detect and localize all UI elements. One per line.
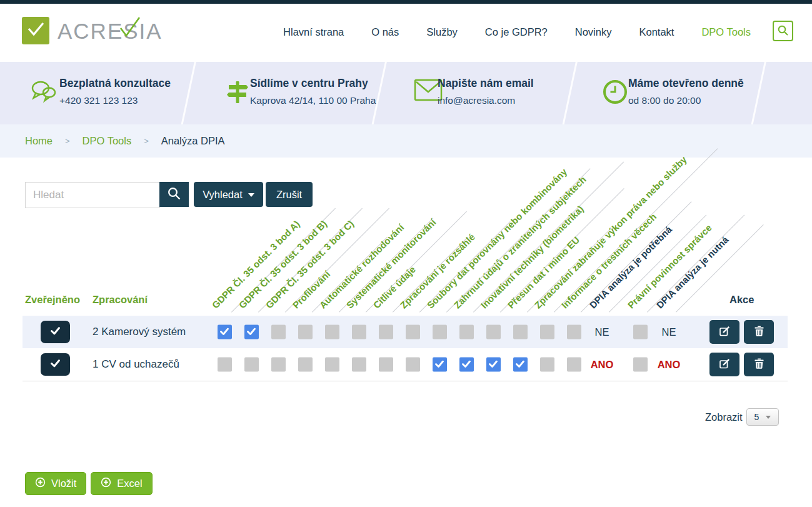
infobar-divider [181,62,197,124]
logo[interactable] [22,17,49,44]
info-subtitle-napi-te-n-m-email: info@acresia.com [438,95,515,106]
column-header-published: Zveřejněno [25,294,80,306]
checkbox-gdpr-l-35-odst-3-bod-b[interactable] [244,358,259,372]
table-row: 1 CV od uchazečůANOANO [23,348,788,381]
checkbox-inovativn-techniky-biometrika[interactable] [486,358,501,372]
top-accent-bar [0,0,812,4]
checkbox-gdpr-l-35-odst-3-bod-b[interactable] [244,325,259,339]
checkbox-inovativn-techniky-biometrika[interactable] [486,325,501,339]
dpia-required-value: ANO [658,359,681,371]
checkbox-systematick-monitorov-n[interactable] [352,358,366,372]
caret-down-icon [248,193,254,197]
checkbox-pravni-povinnost-spravce[interactable] [633,325,648,339]
check-icon [51,327,60,337]
delete-button[interactable] [744,353,774,376]
breadcrumb-item-home[interactable]: Home [25,135,53,147]
main-nav: Hlavní stranaO násSlužbyCo je GDPR?Novin… [283,26,751,38]
checkbox-gdpr-l-35-odst-3-bod-c[interactable] [271,358,286,372]
check-icon [51,359,60,369]
checkbox-gdpr-l-35-odst-3-bod-c[interactable] [271,325,286,339]
check-icon [435,359,444,370]
chat-icon [30,79,59,108]
logo-check-icon [26,21,45,41]
checkbox-zpracov-n-je-rozs-hl[interactable] [406,325,420,339]
search-go-button[interactable] [159,182,189,207]
checkbox-systematick-monitorov-n[interactable] [352,325,366,339]
checkbox-citliv-daje[interactable] [379,358,393,372]
checkbox-automatick-rozhodov-n[interactable] [325,358,339,372]
checkbox-informace-o-trestn-ch-v-cech[interactable] [567,358,581,372]
search-submit-button[interactable]: Vyhledat [194,182,263,207]
edit-button[interactable] [709,320,739,344]
cancel-button[interactable]: Zrušit [266,182,313,207]
page-size-value: 5 [754,412,759,422]
checkbox-profilov-n[interactable] [298,325,313,339]
checkbox-zahrnut-daj-o-zraniteln-ch-subjektech[interactable] [459,358,474,372]
signpost-icon [224,79,251,109]
published-toggle[interactable] [41,321,70,343]
table-bottom-rule [23,381,788,381]
vlo-it-button[interactable]: Vložit [25,472,86,495]
column-header-actions: Akce [729,294,754,306]
checkbox-informace-o-trestn-ch-v-cech[interactable] [567,325,581,339]
breadcrumb-item-dpo-tools[interactable]: DPO Tools [83,135,132,147]
dpia-needed-value: ANO [591,359,614,371]
checkbox-gdpr-l-35-odst-3-bod-a[interactable] [218,325,232,339]
check-icon [247,326,256,338]
checkbox-zpracov-n-zabra-uje-v-kon-pr-va-nebo-slu-by[interactable] [540,358,554,372]
infobar-divider [751,62,767,124]
checkbox-zahrnut-daj-o-zraniteln-ch-subjektech[interactable] [459,325,474,339]
check-icon [462,359,471,370]
search-icon [168,187,181,202]
nav-item-novinky[interactable]: Novinky [575,26,612,38]
checkbox-pravni-povinnost-spravce[interactable] [633,358,648,372]
check-icon [489,359,498,370]
brand-check-icon [114,13,142,43]
info-title-m-me-otev-eno-denn: Máme otevřeno denně [628,77,744,90]
header-search-button[interactable] [773,21,793,41]
brand-name: ACRESIA [58,19,163,44]
checkbox-zpracov-n-zabra-uje-v-kon-pr-va-nebo-slu-by[interactable] [540,325,554,339]
table-row: 2 Kamerový systémNENE [23,316,788,348]
info-subtitle-m-me-otev-eno-denn: od 8:00 do 20:00 [628,95,701,106]
breadcrumb: Home>DPO Tools>Analýza DPIA [0,124,812,158]
page-size-select[interactable]: 5 [746,408,779,426]
info-title-napi-te-n-m-email: Napište nám email [438,77,534,90]
info-subtitle-bezplatn-konzultace: +420 321 123 123 [59,95,138,106]
plus-circle-icon [101,477,111,490]
edit-button[interactable] [709,353,739,376]
checkbox-gdpr-l-35-odst-3-bod-a[interactable] [218,358,232,372]
checkbox-citliv-daje[interactable] [379,325,393,339]
nav-item-hlavn-strana[interactable]: Hlavní strana [283,26,344,38]
info-title-bezplatn-konzultace: Bezplatná konzultace [59,77,171,90]
row-processing-name: 2 Kamerový systém [93,326,186,338]
search-input[interactable] [25,182,160,208]
info-bar: Bezplatná konzultace+420 321 123 123Sídl… [0,62,812,124]
breadcrumb-separator: > [144,136,149,146]
excel-button[interactable]: Excel [91,472,152,495]
check-icon [220,326,229,338]
checkbox-p-esun-dat-i-mimo-eu[interactable] [513,325,528,339]
checkbox-automatick-rozhodov-n[interactable] [325,325,339,339]
checkbox-p-esun-dat-i-mimo-eu[interactable] [513,358,528,372]
infobar-divider [371,62,388,124]
edit-icon [719,326,731,339]
nav-item-slu-by[interactable]: Služby [426,26,458,38]
nav-item-dpo-tools[interactable]: DPO Tools [701,26,751,38]
delete-button[interactable] [744,320,774,344]
checkbox-zpracov-n-je-rozs-hl[interactable] [406,358,420,372]
edit-icon [719,358,731,371]
checkbox-soubory-dat-porovn-ny-nebo-kombinov-ny[interactable] [433,358,447,372]
checkbox-soubory-dat-porovn-ny-nebo-kombinov-ny[interactable] [433,325,447,339]
published-toggle[interactable] [41,353,70,376]
trash-icon [754,326,764,338]
search-icon [778,25,788,38]
checkbox-profilov-n[interactable] [298,358,313,372]
column-header-processing: Zpracování [93,294,148,306]
nav-item-co-je-gdpr[interactable]: Co je GDPR? [485,26,548,38]
row-processing-name: 1 CV od uchazečů [93,358,179,371]
search-submit-label: Vyhledat [203,189,243,201]
nav-item-o-n-s[interactable]: O nás [371,26,399,38]
info-subtitle-s-dl-me-v-centru-prahy: Kaprova 42/14, 110 00 Praha [250,95,376,106]
nav-item-kontakt[interactable]: Kontakt [639,26,674,38]
